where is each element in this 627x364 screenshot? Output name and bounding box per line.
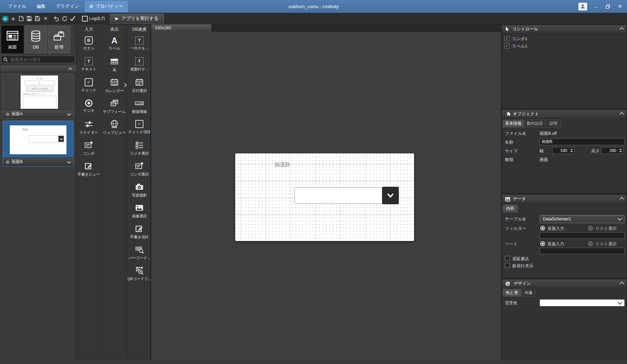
table-name-select[interactable]: DataSchemer1	[540, 215, 625, 223]
stepper-arrows[interactable]	[569, 147, 574, 154]
sidebar-tab-db[interactable]: DB	[25, 26, 47, 53]
object-tab-behavior[interactable]: 動作設定	[524, 120, 545, 127]
new-row-checkbox[interactable]	[505, 263, 510, 268]
delete-button[interactable]: ✕	[42, 14, 50, 23]
filter-input[interactable]	[540, 232, 625, 239]
palette-item-slider[interactable]: スライダー	[76, 117, 101, 138]
run-app-button[interactable]: ▶ アプリを実行する	[110, 14, 164, 24]
filter-list-label[interactable]: リスト選択	[595, 226, 617, 232]
form-combo-object[interactable]	[294, 187, 398, 204]
combo-icon	[84, 140, 93, 150]
barcode-icon	[135, 245, 144, 254]
palette-item-image-select[interactable]: 画像選択	[127, 200, 152, 221]
form-combo-dropdown-button[interactable]	[382, 187, 399, 204]
palette-item-button[interactable]: B ボタン	[76, 33, 101, 54]
save-button[interactable]	[25, 14, 33, 23]
palette-item-label[interactable]: A ラベル	[102, 33, 127, 54]
close-button[interactable]: ✕	[616, 3, 624, 10]
canvas-tab[interactable]: 530x260	[151, 24, 212, 32]
delayed-write-label[interactable]: 遅延書込	[512, 256, 529, 262]
add-button[interactable]: ＋	[9, 14, 17, 23]
palette-item-radio-select[interactable]: ラジオ選択	[127, 138, 152, 158]
palette-item-webview[interactable]: www ウェブビュー	[102, 117, 127, 138]
new-row-label[interactable]: 新規行表示	[512, 263, 534, 269]
palette-item-check-item[interactable]: ✓ チェック項目	[127, 117, 152, 138]
palette-item-combo[interactable]: コンボ	[76, 138, 101, 158]
menu-plugin[interactable]: プラグイン	[51, 1, 83, 12]
menu-file[interactable]: ファイル	[3, 1, 31, 12]
collapse-icon	[620, 197, 624, 201]
palette-item-camera[interactable]: 写真撮影	[127, 179, 152, 200]
search-input[interactable]	[10, 57, 69, 62]
height-stepper[interactable]: 260	[601, 147, 623, 154]
undo-button[interactable]	[52, 14, 60, 23]
screen-b-thumbnail[interactable]: 画面B	[10, 125, 66, 154]
menu-edit[interactable]: 編集	[32, 1, 50, 12]
screen-card-a[interactable]: キー値 2 サブフォーム表示 画面B表示用サブフォーム ⊘ 画面A	[3, 74, 74, 119]
minimize-button[interactable]: –	[592, 3, 599, 10]
validate-button[interactable]	[69, 14, 77, 23]
menu-properties[interactable]: ⚙ プロパティー	[85, 1, 128, 12]
palette-item-radio[interactable]: ラジオ	[76, 96, 101, 117]
stepper-arrows[interactable]	[618, 147, 623, 154]
width-stepper[interactable]: 530	[552, 147, 574, 154]
palette-item-qrcode[interactable]: QRコードリ...	[127, 263, 152, 284]
object-name-input[interactable]	[540, 138, 625, 145]
filter-direct-label[interactable]: 直接入力	[547, 226, 564, 232]
handwriting-view-icon	[84, 161, 93, 171]
control-label1-label[interactable]: ラベル1	[512, 43, 527, 49]
form-label-object[interactable]: 画面B	[274, 161, 290, 169]
data-tab-content[interactable]: 内容	[503, 205, 518, 212]
background-color-select[interactable]	[540, 299, 625, 306]
control-compo1-checkbox[interactable]: ✓	[505, 36, 510, 41]
object-tab-description[interactable]: 説明	[546, 120, 561, 127]
object-section-header[interactable]: オブジェクト	[502, 110, 626, 119]
control-section-header[interactable]: コントロール	[502, 25, 626, 34]
sort-direct-label[interactable]: 直接入力	[547, 241, 564, 247]
screen-a-footer[interactable]: ⊘ 画面A	[3, 110, 73, 118]
palette-item-subform[interactable]: サブフォーム	[102, 96, 127, 117]
sidebar-tab-screen[interactable]: 画面	[1, 26, 24, 53]
grid-line	[237, 164, 413, 164]
refresh-button[interactable]	[60, 14, 69, 23]
screen-a-thumbnail[interactable]: キー値 2 サブフォーム表示 画面B表示用サブフォーム	[21, 75, 58, 109]
restore-button[interactable]	[604, 3, 611, 10]
palette-item-check[interactable]: ✓ チェック	[76, 75, 101, 96]
screen-icon	[6, 29, 19, 42]
palette-item-barcode[interactable]: バーコード...	[127, 242, 152, 263]
new-file-button[interactable]	[17, 14, 25, 23]
sidebar-tab-process[interactable]: 処理	[48, 26, 70, 53]
screen-list-collapse-bar[interactable]	[0, 65, 77, 72]
user-account-button[interactable]	[578, 3, 587, 10]
palette-item-date-picker[interactable]: 日付選択	[127, 75, 152, 96]
form-design-surface[interactable]: 画面B	[235, 153, 414, 241]
delayed-write-checkbox[interactable]	[505, 256, 510, 261]
palette-item-number-stepper[interactable]: 123 数値増減	[127, 96, 152, 117]
design-section-header[interactable]: デザイン	[502, 279, 626, 288]
design-tab-color-shape[interactable]: 色と形	[503, 289, 521, 297]
design-tab-image[interactable]: 画像	[522, 289, 535, 297]
sort-direct-radio[interactable]	[540, 241, 545, 246]
palette-item-handwriting-view[interactable]: 手書きビュー	[76, 158, 101, 179]
log-output-checkbox[interactable]	[82, 16, 88, 22]
save-all-button[interactable]	[33, 14, 42, 23]
palette-item-combo-select[interactable]: コンボ選択	[127, 158, 152, 179]
palette-item-multi-line-text[interactable]: T 複数行テ...	[127, 54, 152, 75]
sort-input[interactable]	[540, 248, 625, 254]
palette-item-text[interactable]: T テキスト	[76, 54, 101, 75]
control-label1-checkbox[interactable]: ✓	[505, 43, 510, 49]
filter-direct-radio[interactable]	[540, 226, 545, 231]
palette-item-handwriting-item[interactable]: 手書き項目	[127, 221, 152, 242]
palette-item-table[interactable]: 表	[102, 54, 127, 75]
sort-list-radio[interactable]	[588, 241, 593, 246]
screen-card-b[interactable]: 画面B ⊘ 画面B	[3, 121, 74, 166]
palette-item-single-line-text[interactable]: T 一行テキ...	[127, 33, 152, 54]
control-compo1-label[interactable]: コンポ1	[512, 36, 527, 42]
object-tab-basic[interactable]: 基本情報	[503, 120, 524, 127]
data-section-header[interactable]: データ	[502, 195, 626, 204]
filter-list-radio[interactable]	[588, 226, 593, 231]
button-icon: B	[85, 36, 93, 44]
screen-b-footer[interactable]: ⊘ 画面B	[3, 157, 73, 166]
sort-list-label[interactable]: リスト選択	[595, 241, 617, 247]
user-icon	[580, 4, 585, 9]
